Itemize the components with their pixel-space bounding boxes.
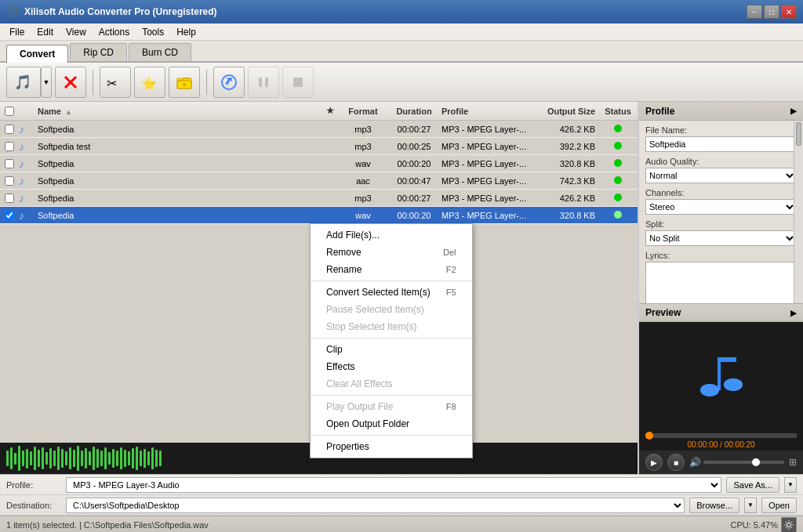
channels-select[interactable]: Stereo Mono <box>645 199 797 215</box>
close-button[interactable]: ✕ <box>781 5 797 19</box>
bottom-bar: Profile: MP3 - MPEG Layer-3 Audio Save A… <box>0 474 803 516</box>
dest-dropdown-arrow[interactable]: ▼ <box>744 498 757 513</box>
row-checkbox-2[interactable] <box>0 142 19 151</box>
volume-slider[interactable] <box>703 461 784 464</box>
ctx-properties[interactable]: Properties <box>311 438 472 455</box>
profile-expand-button[interactable]: ▶ <box>790 107 797 115</box>
wave-bar <box>42 447 44 469</box>
header-name[interactable]: Name ▲ <box>35 107 321 116</box>
row-checkbox-6[interactable] <box>0 211 19 220</box>
header-format[interactable]: Format <box>340 107 387 116</box>
ctx-play-output[interactable]: Play Output File F8 <box>311 398 472 415</box>
lyrics-label: Lyrics: <box>645 251 797 260</box>
row-duration-4: 00:00:47 <box>387 176 441 186</box>
table-row[interactable]: ♪ Softpedia wav 00:00:20 MP3 - MPEG Laye… <box>0 155 638 172</box>
panel-scrollbar[interactable] <box>794 121 803 303</box>
row-name-2: Softpedia test <box>35 142 321 151</box>
ctx-pause[interactable]: Pause Selected Item(s) <box>311 301 472 318</box>
ctx-effects[interactable]: Effects <box>311 358 472 375</box>
pause-button[interactable] <box>248 67 279 98</box>
profile-select[interactable]: MP3 - MPEG Layer-3 Audio <box>66 477 721 493</box>
audio-quality-select[interactable]: Normal High Low <box>645 168 797 183</box>
music-preview-icon <box>694 349 749 404</box>
row-profile-2: MP3 - MPEG Layer-... <box>441 142 536 151</box>
stop-preview-button[interactable]: ■ <box>667 454 685 471</box>
wave-bar <box>132 448 134 469</box>
menu-actions[interactable]: Actions <box>93 25 136 39</box>
filename-field: File Name: <box>645 125 797 152</box>
delete-button[interactable] <box>55 67 86 98</box>
add-dropdown-button[interactable]: ▼ <box>41 67 52 98</box>
browse-button[interactable]: Browse... <box>689 498 739 513</box>
restore-button[interactable]: □ <box>764 5 779 19</box>
menu-tools[interactable]: Tools <box>136 25 170 39</box>
preview-progress-bar[interactable] <box>645 433 797 438</box>
table-row[interactable]: ♪ Softpedia mp3 00:00:27 MP3 - MPEG Laye… <box>0 121 638 138</box>
lyrics-input[interactable] <box>645 262 797 303</box>
row-name-6: Softpedia <box>35 211 321 220</box>
open-button[interactable]: Open <box>761 498 797 513</box>
ctx-rename[interactable]: Rename F2 <box>311 261 472 278</box>
cut-button[interactable]: ✂ <box>100 67 131 98</box>
scrollbar-thumb[interactable] <box>796 122 801 146</box>
audio-quality-label: Audio Quality: <box>645 157 797 166</box>
row-profile-3: MP3 - MPEG Layer-... <box>441 159 536 168</box>
fullscreen-button[interactable]: ⊞ <box>789 457 797 468</box>
stop-button[interactable] <box>282 67 314 98</box>
header-star[interactable]: ★ <box>321 106 340 116</box>
header-check[interactable] <box>0 107 19 116</box>
svg-text:✂: ✂ <box>107 77 117 90</box>
minimize-button[interactable]: − <box>747 5 762 19</box>
volume-icon: 🔊 <box>689 457 701 468</box>
save-as-button[interactable]: Save As... <box>726 477 779 493</box>
ctx-clip[interactable]: Clip <box>311 341 472 358</box>
split-select[interactable]: No Split By Size By Time <box>645 230 797 246</box>
profile-dropdown-arrow[interactable]: ▼ <box>784 477 797 493</box>
preview-header-label: Preview <box>645 307 681 318</box>
add-folder-button[interactable] <box>169 67 200 98</box>
table-row[interactable]: ♪ Softpedia aac 00:00:47 MP3 - MPEG Laye… <box>0 172 638 190</box>
header-status[interactable]: Status <box>598 107 638 116</box>
svg-text:⭐: ⭐ <box>141 76 157 91</box>
ctx-open-output-folder[interactable]: Open Output Folder <box>311 415 472 432</box>
wave-bar <box>128 451 130 465</box>
menu-edit[interactable]: Edit <box>31 25 60 39</box>
wave-bar <box>61 449 64 468</box>
row-checkbox-1[interactable] <box>0 125 19 134</box>
menu-view[interactable]: View <box>60 25 93 39</box>
row-checkbox-3[interactable] <box>0 159 19 168</box>
convert-button[interactable] <box>213 67 245 98</box>
destination-select[interactable]: C:\Users\Softpedia\Desktop <box>66 498 685 513</box>
ctx-clear-effects[interactable]: Clear All Effects <box>311 375 472 393</box>
ctx-remove[interactable]: Remove Del <box>311 244 472 261</box>
row-duration-2: 00:00:25 <box>387 142 441 151</box>
row-checkbox-5[interactable] <box>0 194 19 203</box>
ctx-stop[interactable]: Stop Selected Item(s) <box>311 318 472 335</box>
header-duration[interactable]: Duration <box>387 107 441 116</box>
play-button[interactable]: ▶ <box>645 454 663 471</box>
tab-convert[interactable]: Convert <box>6 45 68 63</box>
row-format-4: aac <box>340 176 387 186</box>
menu-help[interactable]: Help <box>170 25 202 39</box>
tab-rip-cd[interactable]: Rip CD <box>70 43 127 61</box>
ctx-convert[interactable]: Convert Selected Item(s) F5 <box>311 284 472 301</box>
add-files-button[interactable]: 🎵 <box>6 67 41 98</box>
table-row[interactable]: ♪ Softpedia test mp3 00:00:25 MP3 - MPEG… <box>0 138 638 155</box>
menu-file[interactable]: File <box>3 25 31 39</box>
preview-expand-button[interactable]: ▶ <box>790 309 797 317</box>
table-row[interactable]: ♪ Softpedia wav 00:00:20 MP3 - MPEG Laye… <box>0 207 638 224</box>
svg-rect-12 <box>293 78 303 87</box>
wave-bar <box>124 450 126 467</box>
tab-burn-cd[interactable]: Burn CD <box>129 43 191 61</box>
ctx-add-files[interactable]: Add File(s)... <box>311 226 472 244</box>
select-all-checkbox[interactable] <box>5 107 14 116</box>
settings-icon[interactable] <box>781 517 797 533</box>
header-output-size[interactable]: Output Size <box>536 107 598 116</box>
row-checkbox-4[interactable] <box>0 176 19 186</box>
header-profile[interactable]: Profile <box>441 107 536 116</box>
table-row[interactable]: ♪ Softpedia mp3 00:00:27 MP3 - MPEG Laye… <box>0 190 638 207</box>
lyrics-field: Lyrics: <box>645 251 797 303</box>
wave-bar <box>159 451 162 466</box>
star-button[interactable]: ⭐ <box>134 67 165 98</box>
filename-input[interactable] <box>645 136 797 152</box>
